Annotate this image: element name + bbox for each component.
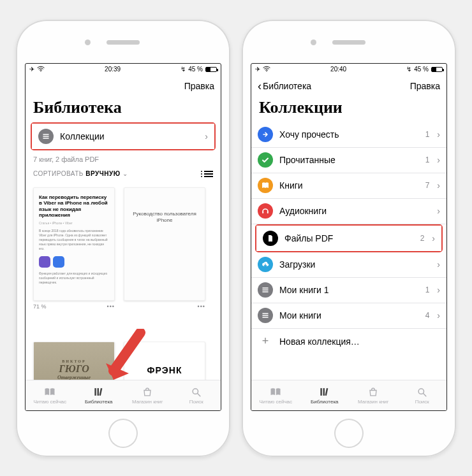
collection-row[interactable]: Загрузки› <box>251 252 446 278</box>
tab-reading-now[interactable]: Читаю сейчас <box>251 380 300 410</box>
collection-row[interactable]: Книги7› <box>251 173 446 199</box>
new-collection-row[interactable]: +Новая коллекция… <box>251 329 446 354</box>
status-time: 20:39 <box>105 66 121 73</box>
collection-count: 7 <box>425 181 430 190</box>
collection-row[interactable]: Аудиокниги› <box>251 199 446 224</box>
svg-rect-11 <box>323 388 325 396</box>
new-collection-label: Новая коллекция… <box>279 336 440 347</box>
back-button[interactable]: ‹ Библиотека <box>258 80 311 92</box>
status-bar: ✈︎ 20:40 ↯ 45 % <box>251 64 446 75</box>
book-item[interactable]: Руководство пользователя iPhone ••• <box>124 187 205 342</box>
home-button[interactable] <box>334 419 364 448</box>
more-icon[interactable]: ••• <box>107 303 115 310</box>
collection-label: Мои книги 1 <box>279 285 419 295</box>
phone-left: ✈︎ 20:39 ↯ 45 % Правка Библиотека К <box>16 20 230 457</box>
collection-row[interactable]: Файлы PDF2› <box>256 226 441 251</box>
book-item[interactable]: Как переводить переписку в Viber на iPho… <box>33 187 115 342</box>
collection-row[interactable]: Мои книги 11› <box>251 278 446 303</box>
nav-bar: ‹ Библиотека Правка <box>251 75 446 97</box>
collection-count: 1 <box>425 155 430 164</box>
screen-collections: ✈︎ 20:40 ↯ 45 % ‹ Библиотека Правка Колл… <box>251 63 447 411</box>
collection-count: 2 <box>420 234 425 243</box>
svg-line-5 <box>197 393 200 396</box>
collection-label: Хочу прочесть <box>279 129 419 140</box>
collection-label: Прочитанные <box>279 155 419 165</box>
chevron-right-icon: › <box>205 131 208 141</box>
chevron-right-icon: › <box>437 129 440 140</box>
stack-icon <box>38 129 54 144</box>
svg-point-6 <box>266 70 267 71</box>
status-time: 20:40 <box>330 66 346 73</box>
progress-label: 71 % <box>33 303 47 310</box>
chevron-right-icon: › <box>437 259 440 270</box>
battery-icon <box>431 67 443 72</box>
chevron-right-icon: › <box>437 155 440 165</box>
chevron-right-icon: › <box>437 285 440 295</box>
library-summary: 7 книг, 2 файла PDF <box>26 150 221 166</box>
doc-icon <box>263 231 278 246</box>
svg-rect-1 <box>94 388 96 396</box>
collection-label: Книги <box>279 180 419 191</box>
chevron-right-icon: › <box>437 310 440 321</box>
lines-icon <box>258 282 273 298</box>
book-grid: Как переводить переписку в Viber на iPho… <box>26 182 221 342</box>
tab-search[interactable]: Поиск <box>398 380 447 410</box>
battery-icon <box>205 67 217 72</box>
collection-label: Мои книги <box>279 310 419 321</box>
chevron-right-icon: › <box>437 180 440 191</box>
screen-library: ✈︎ 20:39 ↯ 45 % Правка Библиотека К <box>25 63 221 411</box>
battery-pct: 45 % <box>414 66 429 73</box>
wifi-icon <box>37 66 45 73</box>
tab-search[interactable]: Поиск <box>172 380 221 410</box>
airplane-icon: ✈︎ <box>255 66 260 73</box>
edit-button[interactable]: Правка <box>184 81 214 91</box>
sort-control[interactable]: СОРТИРОВАТЬ ВРУЧНУЮ ⌄ <box>33 170 128 177</box>
tab-bar: Читаю сейчас Библиотека Магазин книг Пои… <box>26 380 221 410</box>
book-icon <box>258 178 273 193</box>
collection-row[interactable]: Мои книги4› <box>251 303 446 329</box>
collections-highlight: Коллекции › <box>31 122 216 150</box>
page-title: Библиотека <box>26 97 221 122</box>
battery-pct: 45 % <box>188 66 203 73</box>
svg-rect-12 <box>325 388 328 396</box>
page-title: Коллекции <box>251 97 446 122</box>
status-bar: ✈︎ 20:39 ↯ 45 % <box>26 64 221 75</box>
arrow-icon <box>258 127 273 142</box>
svg-rect-8 <box>262 212 263 214</box>
book-item[interactable]: ВИКТОР ГЮГО Отверженные <box>33 342 115 380</box>
svg-rect-2 <box>97 388 99 396</box>
collection-count: 4 <box>425 311 430 320</box>
tab-library[interactable]: Библиотека <box>300 380 350 410</box>
home-button[interactable] <box>108 419 138 448</box>
airplane-icon: ✈︎ <box>29 66 34 73</box>
wifi-icon <box>263 66 270 73</box>
tab-reading-now[interactable]: Читаю сейчас <box>26 380 75 410</box>
view-list-icon[interactable] <box>204 169 213 178</box>
cloud-icon <box>258 257 273 272</box>
svg-rect-10 <box>320 388 322 396</box>
svg-rect-3 <box>99 388 102 396</box>
book-grid-row2: ВИКТОР ГЮГО Отверженные ФРЭНК <box>26 342 221 380</box>
collection-row[interactable]: Прочитанные1› <box>251 148 446 173</box>
tab-store[interactable]: Магазин книг <box>123 380 172 410</box>
book-item[interactable]: ФРЭНК <box>124 342 205 380</box>
collection-label: Файлы PDF <box>284 233 414 243</box>
collections-label: Коллекции <box>60 131 198 141</box>
nav-bar: Правка <box>26 75 221 97</box>
collections-list: Хочу прочесть1›Прочитанные1›Книги7›Аудио… <box>251 122 446 380</box>
more-icon[interactable]: ••• <box>198 303 205 310</box>
sort-bar: СОРТИРОВАТЬ ВРУЧНУЮ ⌄ <box>26 166 221 182</box>
tab-bar: Читаю сейчас Библиотека Магазин книг Пои… <box>251 380 446 410</box>
tab-store[interactable]: Магазин книг <box>349 380 398 410</box>
plus-icon: + <box>258 335 273 348</box>
edit-button[interactable]: Правка <box>410 81 440 91</box>
collection-count: 1 <box>425 130 430 139</box>
chevron-right-icon: › <box>432 233 435 243</box>
collections-row[interactable]: Коллекции › <box>32 124 214 149</box>
collection-row[interactable]: Хочу прочесть1› <box>251 122 446 148</box>
chevron-right-icon: › <box>437 206 440 216</box>
svg-rect-9 <box>267 212 269 214</box>
tab-library[interactable]: Библиотека <box>75 380 124 410</box>
head-icon <box>258 203 273 219</box>
phone-right: ✈︎ 20:40 ↯ 45 % ‹ Библиотека Правка Колл… <box>242 20 456 457</box>
